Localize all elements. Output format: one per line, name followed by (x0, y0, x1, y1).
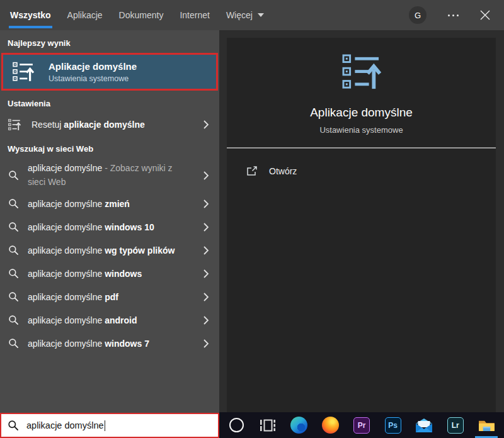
close-icon[interactable] (480, 10, 490, 20)
chevron-right-icon[interactable] (203, 245, 209, 256)
tab-bar-tabs: WszystkoAplikacjeDokumentyInternetWięcej (9, 0, 279, 30)
chevron-right-icon[interactable] (203, 222, 209, 232)
file-explorer-icon (478, 418, 495, 432)
chevron-right-icon[interactable] (203, 292, 209, 302)
mail-icon (416, 418, 432, 432)
settings-result-text: Resetuj aplikacje domyślne (32, 120, 145, 130)
best-match-title: Aplikacje domyślne (49, 61, 137, 72)
open-label: Otwórz (269, 166, 297, 176)
tab-aplikacje[interactable]: Aplikacje (66, 0, 104, 30)
open-action[interactable]: Otwórz (246, 165, 297, 177)
web-suggestion-6[interactable]: aplikacje domyślne pdf (0, 285, 219, 308)
web-suggestion-5[interactable]: aplikacje domyślne windows (0, 262, 219, 285)
taskbar-icon-file-explorer[interactable] (472, 412, 500, 438)
chevron-right-icon[interactable] (203, 339, 209, 349)
search-input-value: aplikacje domyślne (26, 420, 104, 430)
web-search-header: Wyszukaj w sieci Web (0, 136, 219, 159)
open-icon (246, 165, 258, 177)
suggestion-text: aplikacje domyślne pdf (28, 292, 118, 302)
edge-icon (290, 417, 307, 434)
topbar-actions: G (409, 6, 490, 24)
suggestion-base: aplikacje domyślne (28, 269, 102, 279)
preview-title: Aplikacje domyślne (310, 106, 413, 120)
results-panel: Najlepszy wynik Aplikacje domyślne Ustaw… (0, 30, 219, 413)
tab-wiecej[interactable]: Więcej (225, 0, 265, 30)
taskbar-icon-firefox[interactable] (316, 412, 344, 438)
cortana-icon (229, 418, 244, 432)
best-match-subtitle: Ustawienia systemowe (49, 74, 137, 83)
taskbar-icon-lightroom[interactable]: Lr (442, 412, 469, 438)
tab-label: Aplikacje (67, 10, 103, 20)
default-apps-icon (8, 119, 21, 131)
taskbar-icon-mail[interactable] (410, 412, 438, 438)
taskbar-icon-photoshop[interactable]: Ps (379, 412, 407, 438)
account-avatar[interactable]: G (409, 6, 427, 24)
web-suggestion-1[interactable]: aplikacje domyślne - Zobacz wyniki z sie… (0, 159, 219, 192)
tab-internet[interactable]: Internet (178, 0, 210, 30)
chevron-right-icon[interactable] (203, 199, 209, 209)
more-options-icon[interactable] (448, 14, 459, 16)
suggestion-base: aplikacje domyślne (28, 339, 102, 349)
chevron-down-icon (258, 13, 264, 17)
web-suggestion-7[interactable]: aplikacje domyślne android (0, 308, 219, 332)
suggestion-bold-suffix: zmień (102, 199, 130, 209)
default-apps-icon (13, 62, 34, 82)
suggestion-text: aplikacje domyślne windows 7 (28, 339, 149, 349)
preview-panel: Aplikacje domyślne Ustawienia systemowe … (219, 30, 504, 412)
web-suggestion-4[interactable]: aplikacje domyślne wg typów plików (0, 239, 219, 262)
suggestion-bold-suffix: windows (102, 269, 142, 279)
search-icon (8, 315, 19, 325)
tab-dokumenty[interactable]: Dokumenty (118, 0, 165, 30)
taskbar-icon-task-view[interactable] (254, 412, 282, 438)
tab-label: Dokumenty (119, 10, 164, 20)
chevron-right-icon[interactable] (203, 269, 209, 279)
windows-search-flyout: WszystkoAplikacjeDokumentyInternetWięcej… (0, 0, 504, 438)
suggestion-bold-suffix: android (102, 315, 137, 325)
suggestion-base: aplikacje domyślne (28, 199, 102, 209)
best-match-header: Najlepszy wynik (0, 30, 219, 53)
task-view-icon (260, 419, 275, 432)
chevron-right-icon[interactable] (203, 315, 209, 325)
firefox-icon (322, 417, 339, 434)
settings-header: Ustawienia (0, 91, 219, 113)
taskbar-search-box[interactable]: aplikacje domyślne (0, 413, 219, 438)
suggestion-bold-suffix: wg typów plików (102, 245, 175, 256)
web-suggestion-3[interactable]: aplikacje domyślne windows 10 (0, 215, 219, 239)
suggestion-base: aplikacje domyślne (28, 222, 102, 232)
chevron-right-icon[interactable] (203, 120, 209, 130)
taskbar-icon-premiere[interactable]: Pr (348, 412, 375, 438)
taskbar-icon-edge[interactable] (285, 412, 313, 438)
preview-subtitle: Ustawienia systemowe (319, 125, 403, 135)
suggestion-text: aplikacje domyślne windows 10 (28, 222, 154, 232)
taskbar: PrPs Lr (219, 412, 504, 438)
settings-result-bold: aplikacje domyślne (64, 120, 144, 130)
settings-result-reset-default-apps[interactable]: Resetuj aplikacje domyślne (0, 113, 219, 136)
suggestion-text: aplikacje domyślne - Zobacz wyniki z sie… (28, 162, 179, 189)
search-icon (8, 268, 19, 279)
photoshop-icon: Ps (385, 417, 401, 434)
suggestion-base: aplikacje domyślne (28, 315, 102, 325)
suggestion-text: aplikacje domyślne windows (28, 269, 142, 279)
suggestion-base: aplikacje domyślne (28, 292, 102, 302)
tab-wszystko[interactable]: Wszystko (9, 0, 52, 30)
default-apps-icon (342, 54, 381, 91)
search-icon (8, 338, 19, 349)
web-suggestion-2[interactable]: aplikacje domyślne zmień (0, 192, 219, 215)
best-match-result[interactable]: Aplikacje domyślne Ustawienia systemowe (1, 53, 218, 91)
taskbar-icon-cortana[interactable] (223, 412, 251, 438)
suggestion-base: aplikacje domyślne (28, 245, 102, 256)
suggestion-base: aplikacje domyślne (28, 163, 102, 173)
premiere-icon: Pr (353, 417, 370, 434)
search-icon (8, 291, 19, 302)
tab-label: Wszystko (10, 10, 51, 20)
suggestion-text: aplikacje domyślne zmień (28, 199, 130, 209)
search-icon (8, 245, 19, 256)
preview-card: Aplikacje domyślne Ustawienia systemowe … (227, 38, 496, 412)
tab-label: Więcej (226, 10, 253, 20)
web-suggestion-8[interactable]: aplikacje domyślne windows 7 (0, 332, 219, 355)
web-suggestions: aplikacje domyślne - Zobacz wyniki z sie… (0, 159, 219, 355)
tab-bar: WszystkoAplikacjeDokumentyInternetWięcej… (0, 0, 504, 30)
chevron-right-icon[interactable] (203, 171, 209, 181)
search-icon (8, 420, 19, 431)
suggestion-text: aplikacje domyślne android (28, 315, 137, 325)
